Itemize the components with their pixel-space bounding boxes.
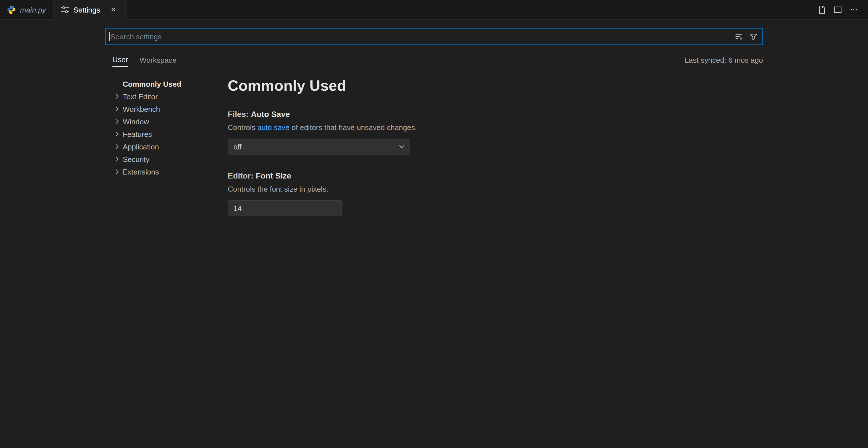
settings-group-title: Commonly Used — [228, 77, 763, 95]
tab-user[interactable]: User — [113, 55, 128, 67]
settings-scope-row: User Workspace Last synced: 6 mos ago — [105, 54, 763, 67]
settings-search-input[interactable]: Search settings — [105, 28, 763, 45]
tab-workspace[interactable]: Workspace — [140, 56, 177, 67]
tab-label: main.py — [20, 5, 46, 14]
sync-status: Last synced: 6 mos ago — [685, 56, 763, 67]
toc-item-commonly-used[interactable]: Commonly Used — [113, 77, 228, 90]
auto-save-select[interactable]: off — [228, 138, 410, 155]
settings-list: Commonly Used Files:Auto Save Controls a… — [228, 76, 763, 224]
settings-toc: Commonly Used Text Editor Workbench Wind… — [105, 76, 228, 178]
setting-editor-font-size: Editor:Font Size Controls the font size … — [228, 170, 763, 216]
editor-tab-settings[interactable]: Settings × — [53, 0, 126, 20]
editor-tab-bar: main.py Settings × — [0, 0, 868, 20]
chevron-right-icon — [113, 129, 122, 138]
chevron-right-icon — [113, 155, 122, 164]
open-settings-json-icon[interactable] — [814, 2, 829, 17]
setting-description: Controls auto save of editors that have … — [228, 122, 763, 133]
chevron-right-icon — [113, 167, 122, 176]
chevron-right-icon — [113, 117, 122, 126]
setting-description: Controls the font size in pixels. — [228, 184, 763, 195]
setting-name: Auto Save — [251, 109, 290, 119]
setting-category: Editor: — [228, 171, 253, 180]
auto-save-link[interactable]: auto save — [257, 123, 290, 132]
font-size-input[interactable] — [228, 200, 342, 216]
toc-item-security[interactable]: Security — [113, 153, 228, 165]
toc-item-text-editor[interactable]: Text Editor — [113, 90, 228, 103]
setting-name: Font Size — [256, 171, 291, 180]
toc-item-features[interactable]: Features — [113, 128, 228, 140]
chevron-right-icon — [113, 142, 122, 151]
tab-label: Settings — [73, 5, 100, 14]
tab-bar-spacer — [126, 0, 814, 20]
chevron-right-icon — [113, 104, 122, 114]
settings-editor: Search settings — [0, 20, 868, 224]
setting-title: Editor:Font Size — [228, 170, 763, 181]
setting-files-auto-save: Files:Auto Save Controls auto save of ed… — [228, 108, 763, 155]
editor-tab-main-py[interactable]: main.py — [0, 0, 53, 20]
vscode-window: main.py Settings × — [0, 0, 868, 224]
more-actions-icon[interactable] — [846, 2, 861, 17]
editor-actions — [814, 0, 868, 20]
toc-item-workbench[interactable]: Workbench — [113, 103, 228, 115]
setting-category: Files: — [228, 109, 249, 119]
search-placeholder: Search settings — [111, 32, 733, 41]
toc-item-application[interactable]: Application — [113, 140, 228, 153]
toc-item-extensions[interactable]: Extensions — [113, 165, 228, 178]
split-editor-icon[interactable] — [830, 2, 845, 17]
chevron-right-icon — [113, 92, 122, 101]
settings-sliders-icon — [60, 5, 69, 14]
chevron-down-icon — [397, 142, 406, 151]
text-caret — [109, 32, 110, 41]
toc-indent — [113, 79, 122, 88]
python-icon — [7, 5, 16, 14]
toc-item-window[interactable]: Window — [113, 115, 228, 128]
setting-title: Files:Auto Save — [228, 108, 763, 120]
clear-search-results-icon[interactable] — [733, 31, 744, 42]
close-icon[interactable]: × — [107, 4, 119, 15]
filter-icon[interactable] — [748, 31, 759, 42]
